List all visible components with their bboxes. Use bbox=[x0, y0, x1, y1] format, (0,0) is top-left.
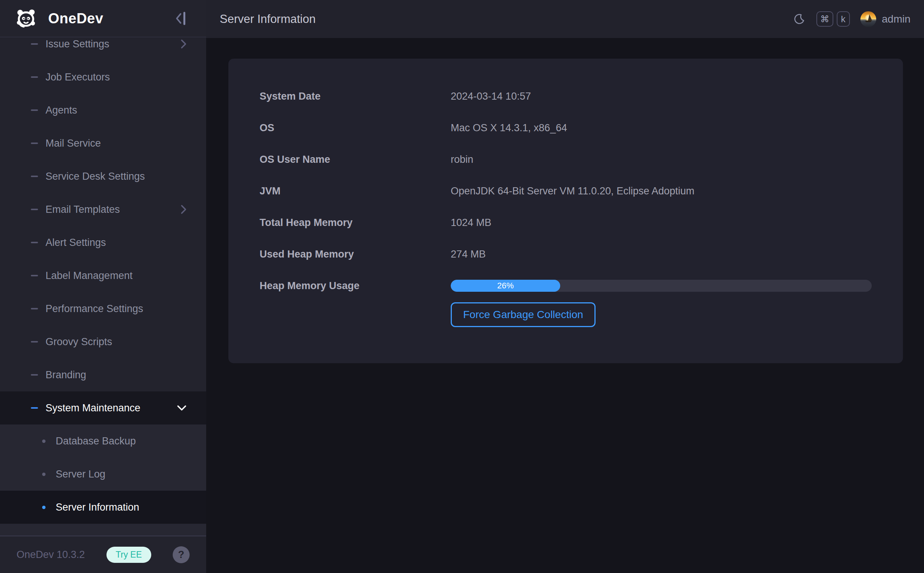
info-row-os: OS Mac OS X 14.3.1, x86_64 bbox=[228, 112, 903, 144]
dash-icon bbox=[31, 209, 38, 210]
app-name: OneDev bbox=[48, 11, 104, 27]
info-row-heap-memory-usage: Heap Memory Usage 26% bbox=[228, 270, 903, 302]
server-info-card: System Date 2024-03-14 10:57 OS Mac OS X… bbox=[228, 59, 903, 363]
sidebar: OneDev Issue Settings Jo bbox=[0, 0, 206, 573]
user-menu[interactable]: admin bbox=[882, 13, 910, 25]
sidebar-item-job-executors[interactable]: Job Executors bbox=[0, 61, 206, 94]
dash-icon bbox=[31, 374, 38, 376]
dash-icon bbox=[31, 407, 38, 409]
sidebar-item-performance-settings[interactable]: Performance Settings bbox=[0, 292, 206, 325]
sidebar-item-email-templates[interactable]: Email Templates bbox=[0, 193, 206, 226]
sidebar-item-database-backup[interactable]: Database Backup bbox=[0, 424, 206, 457]
heap-usage-progress-bar: 26% bbox=[451, 280, 872, 292]
info-label: JVM bbox=[228, 185, 451, 197]
collapse-sidebar-icon[interactable] bbox=[174, 9, 190, 27]
page-title: Server Information bbox=[220, 13, 316, 26]
dash-icon bbox=[31, 110, 38, 111]
info-value: OpenJDK 64-Bit Server VM 11.0.20, Eclips… bbox=[451, 185, 695, 197]
info-value: 274 MB bbox=[451, 249, 486, 260]
sidebar-item-server-information[interactable]: Server Information bbox=[0, 491, 206, 524]
sidebar-header: OneDev bbox=[0, 0, 206, 37]
dash-icon bbox=[31, 175, 38, 177]
sidebar-item-subscription-management[interactable]: Subscription Management bbox=[0, 524, 206, 536]
info-label: OS User Name bbox=[228, 154, 451, 166]
avatar-sailboat bbox=[868, 14, 872, 21]
onedev-panda-logo-icon[interactable] bbox=[16, 9, 37, 28]
info-row-jvm: JVM OpenJDK 64-Bit Server VM 11.0.20, Ec… bbox=[228, 175, 903, 207]
user-avatar[interactable] bbox=[860, 11, 876, 27]
moon-icon[interactable] bbox=[794, 14, 804, 24]
admin-menu: Issue Settings Job Executors Agents Mail… bbox=[0, 37, 206, 536]
sidebar-item-mail-service[interactable]: Mail Service bbox=[0, 127, 206, 160]
chevron-right-icon bbox=[180, 39, 187, 49]
info-value: 2024-03-14 10:57 bbox=[451, 91, 531, 102]
info-row-os-user-name: OS User Name robin bbox=[228, 144, 903, 175]
dash-icon bbox=[31, 242, 38, 243]
dash-icon bbox=[31, 275, 38, 276]
bullet-icon bbox=[42, 473, 45, 476]
cmd-key-icon: ⌘ bbox=[816, 11, 833, 27]
force-garbage-collection-button[interactable]: Force Garbage Collection bbox=[451, 302, 596, 327]
topbar-actions: ⌘ k admin bbox=[794, 11, 910, 27]
info-row-total-heap-memory: Total Heap Memory 1024 MB bbox=[228, 207, 903, 238]
info-label: Used Heap Memory bbox=[228, 249, 451, 260]
bullet-icon bbox=[42, 440, 45, 443]
onedev-app: OneDev Issue Settings Jo bbox=[0, 0, 924, 573]
dash-icon bbox=[31, 341, 38, 343]
info-row-used-heap-memory: Used Heap Memory 274 MB bbox=[228, 238, 903, 270]
sidebar-item-label-management[interactable]: Label Management bbox=[0, 259, 206, 292]
chevron-right-icon bbox=[180, 205, 187, 214]
dash-icon bbox=[31, 142, 38, 144]
try-ee-badge[interactable]: Try EE bbox=[107, 547, 151, 563]
sidebar-item-branding[interactable]: Branding bbox=[0, 358, 206, 391]
sidebar-item-issue-settings[interactable]: Issue Settings bbox=[0, 37, 206, 61]
info-value: robin bbox=[451, 154, 473, 166]
main-area: Server Information ⌘ k admin bbox=[206, 0, 924, 573]
content-area: System Date 2024-03-14 10:57 OS Mac OS X… bbox=[206, 38, 924, 573]
sidebar-footer: OneDev 10.3.2 Try EE ? bbox=[0, 536, 206, 573]
help-icon[interactable]: ? bbox=[173, 546, 190, 563]
bullet-icon bbox=[42, 506, 45, 509]
info-label: Total Heap Memory bbox=[228, 217, 451, 229]
topbar: Server Information ⌘ k admin bbox=[206, 0, 924, 38]
sidebar-item-agents[interactable]: Agents bbox=[0, 94, 206, 127]
dash-icon bbox=[31, 43, 38, 45]
dash-icon bbox=[31, 76, 38, 78]
dash-icon bbox=[31, 308, 38, 310]
avatar-hull bbox=[865, 21, 871, 22]
info-label: Heap Memory Usage bbox=[228, 280, 451, 292]
info-label: System Date bbox=[228, 91, 451, 102]
chevron-down-icon bbox=[177, 405, 187, 411]
sidebar-item-server-log[interactable]: Server Log bbox=[0, 457, 206, 491]
sidebar-item-service-desk-settings[interactable]: Service Desk Settings bbox=[0, 160, 206, 193]
heap-usage-progress-fill: 26% bbox=[451, 280, 560, 292]
info-value: 1024 MB bbox=[451, 217, 491, 229]
k-key-icon: k bbox=[837, 11, 850, 27]
app-version: OneDev 10.3.2 bbox=[17, 549, 85, 560]
info-row-system-date: System Date 2024-03-14 10:57 bbox=[228, 80, 903, 112]
info-value: Mac OS X 14.3.1, x86_64 bbox=[451, 122, 567, 134]
command-palette-shortcut[interactable]: ⌘ k bbox=[816, 11, 850, 27]
sidebar-item-system-maintenance[interactable]: System Maintenance bbox=[0, 391, 206, 424]
sidebar-item-alert-settings[interactable]: Alert Settings bbox=[0, 226, 206, 259]
info-label: OS bbox=[228, 122, 451, 134]
system-maintenance-submenu: Database Backup Server Log Server Inform… bbox=[0, 424, 206, 536]
sidebar-item-groovy-scripts[interactable]: Groovy Scripts bbox=[0, 325, 206, 358]
